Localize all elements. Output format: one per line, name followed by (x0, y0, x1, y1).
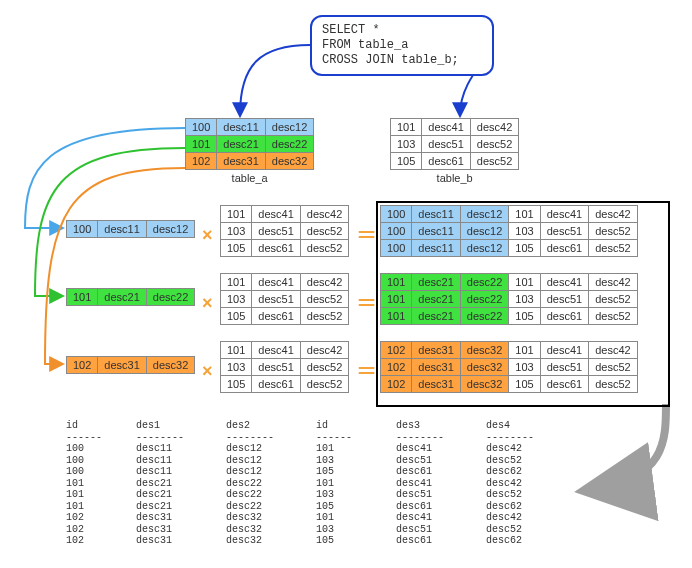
sql-box: SELECT * FROM table_a CROSS JOIN table_b… (310, 15, 494, 76)
result-row: 100desc11desc12101desc41desc42 (66, 443, 556, 455)
cell: desc42 (589, 342, 637, 359)
cell: desc22 (460, 274, 508, 291)
cell: desc61 (252, 308, 300, 325)
cell: desc21 (98, 289, 146, 306)
mid-b-2: 101desc41desc42103desc51desc52105desc61d… (220, 273, 349, 325)
cell: desc52 (589, 308, 637, 325)
table-row: 101desc21desc22103desc51desc52 (381, 291, 638, 308)
table-row: 100desc11desc12101desc41desc42 (381, 206, 638, 223)
result-row: iddes1des2iddes3des4 (66, 420, 556, 432)
sql-line-2: FROM table_a (322, 38, 482, 53)
cell: 100 (381, 223, 412, 240)
cell: 101 (221, 206, 252, 223)
table-row: 100desc11desc12103desc51desc52 (381, 223, 638, 240)
cell: desc21 (412, 308, 460, 325)
table-row: 101desc41desc42 (391, 119, 519, 136)
cell: desc51 (252, 223, 300, 240)
table-row: 101desc41desc42 (221, 206, 349, 223)
table-b: 101desc41desc42103desc51desc52105desc61d… (390, 118, 519, 184)
cell: desc41 (252, 206, 300, 223)
cell: desc52 (300, 308, 348, 325)
cell: 101 (509, 274, 540, 291)
result-row: 102desc31desc32101desc41desc42 (66, 512, 556, 524)
times-icon-2: × (202, 293, 213, 314)
table-row: 101desc21desc22105desc61desc52 (381, 308, 638, 325)
table-b-caption: table_b (390, 172, 519, 184)
cell: 103 (221, 223, 252, 240)
result-block: iddes1des2iddes3des4--------------------… (66, 420, 556, 547)
table-row: 105desc61desc52 (221, 376, 349, 393)
cell: 105 (221, 240, 252, 257)
cell: desc61 (540, 308, 588, 325)
cell: desc61 (252, 240, 300, 257)
mid-b-3: 101desc41desc42103desc51desc52105desc61d… (220, 341, 349, 393)
cell: desc11 (412, 223, 460, 240)
cell: desc61 (422, 153, 470, 170)
cell: desc51 (422, 136, 470, 153)
cell: desc51 (540, 223, 588, 240)
cell: desc52 (300, 223, 348, 240)
table-row: 105desc61desc52 (221, 308, 349, 325)
table-row: 101desc21desc22101desc41desc42 (381, 274, 638, 291)
cell: desc51 (252, 291, 300, 308)
cell: 101 (381, 274, 412, 291)
cell: desc31 (412, 376, 460, 393)
cell: desc41 (540, 342, 588, 359)
result-row: 101desc21desc22103desc51desc52 (66, 489, 556, 501)
table-row: 102desc31desc32 (186, 153, 314, 170)
cell: desc51 (252, 359, 300, 376)
cell: desc32 (460, 359, 508, 376)
cell: desc12 (265, 119, 313, 136)
cell: desc12 (460, 206, 508, 223)
table-row: 100desc11desc12 (67, 221, 195, 238)
cell: desc52 (300, 291, 348, 308)
result-divider: ----------------------------------------… (66, 432, 556, 444)
cell: 102 (186, 153, 217, 170)
table-row: 101desc21desc22 (186, 136, 314, 153)
cell: desc32 (265, 153, 313, 170)
cell: desc42 (300, 342, 348, 359)
cell: desc32 (146, 357, 194, 374)
table-row: 105desc61desc52 (391, 153, 519, 170)
table-a-caption: table_a (185, 172, 314, 184)
cell: desc11 (217, 119, 265, 136)
cell: desc41 (252, 274, 300, 291)
cell: desc52 (300, 376, 348, 393)
cell: desc22 (146, 289, 194, 306)
equals-icon-1: == (358, 225, 371, 246)
table-row: 101desc41desc42 (221, 274, 349, 291)
cell: 105 (391, 153, 422, 170)
cell: 101 (67, 289, 98, 306)
table-row: 103desc51desc52 (391, 136, 519, 153)
table-row: 105desc61desc52 (221, 240, 349, 257)
cell: desc42 (470, 119, 518, 136)
cell: desc21 (412, 274, 460, 291)
cell: 101 (381, 291, 412, 308)
cell: desc31 (217, 153, 265, 170)
cell: desc52 (589, 223, 637, 240)
cell: desc41 (540, 206, 588, 223)
cell: desc61 (540, 240, 588, 257)
cell: 100 (67, 221, 98, 238)
cell: desc22 (460, 308, 508, 325)
table-row: 100desc11desc12 (186, 119, 314, 136)
cell: desc21 (412, 291, 460, 308)
table-row: 102desc31desc32105desc61desc52 (381, 376, 638, 393)
cell: 100 (381, 206, 412, 223)
cell: 101 (186, 136, 217, 153)
result-row: 102desc31desc32103desc51desc52 (66, 524, 556, 536)
cell: desc52 (589, 376, 637, 393)
cell: 102 (67, 357, 98, 374)
table-row: 103desc51desc52 (221, 223, 349, 240)
cell: 101 (509, 342, 540, 359)
cell: desc12 (460, 223, 508, 240)
table-row: 101desc41desc42 (221, 342, 349, 359)
table-row: 102desc31desc32101desc41desc42 (381, 342, 638, 359)
cell: 101 (221, 274, 252, 291)
cell: 103 (509, 359, 540, 376)
table-row: 103desc51desc52 (221, 359, 349, 376)
cell: 101 (391, 119, 422, 136)
cell: desc52 (300, 359, 348, 376)
cell: 101 (221, 342, 252, 359)
result-row: 100desc11desc12105desc61desc62 (66, 466, 556, 478)
